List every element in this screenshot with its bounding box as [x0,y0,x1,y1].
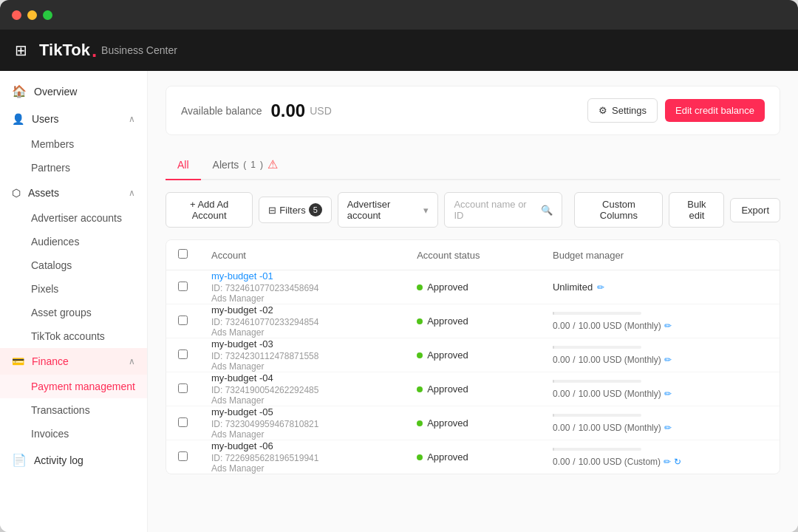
budget-bar [553,380,768,383]
account-id: ID: 7324610770233294854 [211,317,393,327]
search-placeholder: Account name or ID [454,199,536,221]
search-icon: 🔍 [541,205,553,216]
edit-credit-label: Edit credit balance [675,105,754,116]
budget-current: 0.00 [553,321,570,331]
grid-menu-icon[interactable]: ⊞ [15,41,27,59]
table-row: my-budget -02 ID: 7324610770233294854 Ad… [166,304,780,338]
account-id: ID: 7324610770233458694 [211,283,393,293]
account-info: my-budget -03 ID: 7324230112478871558 Ad… [211,338,393,372]
tab-alerts[interactable]: Alerts (1) ⚠ [201,150,290,180]
sidebar-section-users[interactable]: 👤 Users ∧ [0,106,147,132]
sidebar: 🏠 Overview 👤 Users ∧ Members Partners ⬡ … [0,71,148,532]
account-type: Ads Manager [211,429,393,440]
account-info: my-budget -05 ID: 7323049959467810821 Ad… [211,406,393,440]
app-window: ⊞ TikTok. Business Center 🏠 Overview 👤 U… [0,0,798,532]
account-type: Ads Manager [211,395,393,406]
edit-budget-icon[interactable]: ✏ [664,457,671,467]
sidebar-item-activity-log[interactable]: 📄 Activity log [0,446,147,474]
budget-bar-bg [553,414,641,417]
bulk-edit-button[interactable]: Bulk edit [669,192,724,228]
edit-credit-balance-button[interactable]: Edit credit balance [665,99,765,122]
table-body: my-budget -01 ID: 7324610770233458694 Ad… [166,270,780,474]
sidebar-child-tiktok-accounts[interactable]: TikTok accounts [0,324,147,348]
sidebar-child-partners[interactable]: Partners [0,156,147,180]
sidebar-child-members[interactable]: Members [0,132,147,156]
filter-icon: ⊟ [268,205,276,216]
account-name: my-budget -03 [211,338,393,349]
row-budget-cell: 0.00 / 10.00 USD (Monthly) ✏ [541,304,780,338]
accounts-table-container: Account Account status Budget manager my… [166,239,780,474]
status-dot-icon [417,386,423,392]
settings-button[interactable]: ⚙ Settings [587,98,658,123]
row-status-cell: Approved [405,338,541,372]
settings-label: Settings [612,105,647,116]
advertiser-accounts-label: Advertiser accounts [31,212,122,224]
audiences-label: Audiences [31,236,79,248]
status-dot-icon [417,420,423,426]
account-id: ID: 7323049959467810821 [211,419,393,429]
activity-log-label: Activity log [34,454,83,466]
sidebar-child-invoices[interactable]: Invoices [0,422,147,446]
finance-icon: 💳 [12,355,24,367]
sidebar-child-pixels[interactable]: Pixels [0,277,147,301]
sidebar-child-transactions[interactable]: Transactions [0,398,147,422]
row-checkbox[interactable] [178,383,188,393]
row-checkbox-cell [166,440,200,474]
tab-all-label: All [177,159,189,171]
budget-text: 0.00 / 10.00 USD (Monthly) ✏ [553,423,768,433]
budget-bar-fill [553,312,554,315]
row-checkbox[interactable] [178,349,188,359]
budget-bar-bg [553,380,641,383]
sidebar-section-assets[interactable]: ⬡ Assets ∧ [0,180,147,206]
sidebar-child-advertiser-accounts[interactable]: Advertiser accounts [0,206,147,230]
custom-columns-label: Custom Columns [600,199,638,221]
budget-text: 0.00 / 10.00 USD (Custom) ✏ ↻ [553,457,768,467]
assets-chevron-icon: ∧ [129,188,135,198]
balance-amount: 0.00 [271,100,306,121]
sidebar-child-payment-management[interactable]: Payment management [0,375,147,398]
select-all-checkbox[interactable] [178,249,188,259]
sidebar-child-audiences[interactable]: Audiences [0,230,147,253]
sidebar-child-catalogs[interactable]: Catalogs [0,253,147,277]
app-container: ⊞ TikTok. Business Center 🏠 Overview 👤 U… [0,30,798,532]
balance-bar: Available balance 0.00 USD ⚙ Settings Ed… [166,86,780,135]
assets-label: Assets [28,187,59,199]
row-account-cell: my-budget -02 ID: 7324610770233294854 Ad… [200,304,405,338]
sidebar-section-finance[interactable]: 💳 Finance ∧ [0,348,147,375]
edit-budget-icon[interactable]: ✏ [664,355,672,365]
home-icon: 🏠 [12,84,27,98]
tab-all[interactable]: All [166,150,201,180]
add-ad-account-button[interactable]: + Add Ad Account [166,192,253,228]
account-type: Ads Manager [211,293,393,304]
users-icon: 👤 [12,113,24,125]
maximize-button[interactable] [43,10,52,20]
chevron-down-icon: ▾ [423,205,429,216]
row-status-cell: Approved [405,406,541,440]
refresh-icon[interactable]: ↻ [674,457,681,467]
close-button[interactable] [12,10,21,20]
row-checkbox[interactable] [178,282,188,291]
sidebar-item-overview[interactable]: 🏠 Overview [0,77,147,106]
status-dot-icon [417,284,423,290]
status-badge: Approved [417,282,529,293]
row-checkbox[interactable] [178,451,188,461]
edit-budget-icon[interactable]: ✏ [664,423,672,433]
advertiser-account-label: Advertiser account [347,199,418,221]
row-checkbox[interactable] [178,316,188,325]
sidebar-child-asset-groups[interactable]: Asset groups [0,301,147,324]
edit-budget-icon[interactable]: ✏ [664,389,672,399]
filters-button[interactable]: ⊟ Filters 5 [259,197,331,223]
search-box[interactable]: Account name or ID 🔍 [444,192,562,228]
edit-budget-icon[interactable]: ✏ [664,321,672,331]
status-badge: Approved [417,417,529,429]
export-button[interactable]: Export [730,198,780,222]
content-area: Available balance 0.00 USD ⚙ Settings Ed… [148,71,798,532]
row-checkbox[interactable] [178,417,188,427]
account-name[interactable]: my-budget -01 [211,270,393,282]
app-header: ⊞ TikTok. Business Center [0,30,798,71]
minimize-button[interactable] [27,10,37,20]
edit-budget-icon[interactable]: ✏ [597,282,604,293]
finance-label: Finance [32,355,69,367]
custom-columns-button[interactable]: Custom Columns [574,192,663,228]
advertiser-account-dropdown[interactable]: Advertiser account ▾ [338,192,439,228]
